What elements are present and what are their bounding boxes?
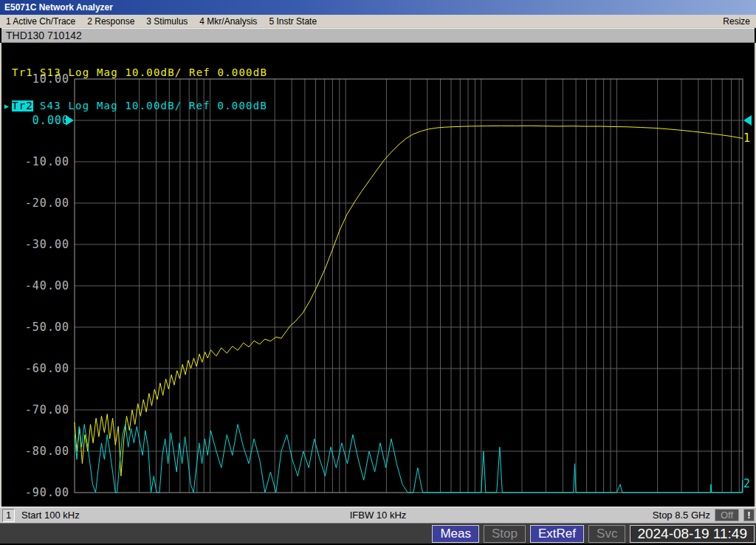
- svg-text:-90.00: -90.00: [25, 486, 69, 499]
- trace2-settings: S43 Log Mag 10.00dB/ Ref 0.000dB: [40, 100, 267, 112]
- svg-text:-20.00: -20.00: [25, 196, 69, 210]
- active-trace-arrow-icon: ▶: [4, 100, 12, 112]
- trace1-info-line[interactable]: ▶Tr1S13 Log Mag 10.00dB/ Ref 0.000dB: [4, 67, 267, 78]
- trace1-name: Tr1: [12, 67, 33, 78]
- svg-text:-50.00: -50.00: [25, 321, 69, 334]
- alert-indicator[interactable]: !: [743, 509, 755, 521]
- svg-text:2: 2: [743, 477, 750, 490]
- stop-frequency-label: Stop 8.5 GHz: [653, 510, 710, 521]
- svg-text:1: 1: [743, 131, 750, 145]
- svg-text:-40.00: -40.00: [25, 279, 69, 292]
- menu-stimulus[interactable]: 3 Stimulus: [146, 16, 188, 27]
- meas-button[interactable]: Meas: [432, 525, 479, 543]
- channel-number-badge: 1: [2, 509, 15, 522]
- start-frequency-label: Start 100 kHz: [21, 510, 80, 521]
- svc-button[interactable]: Svc: [588, 525, 625, 543]
- trace2-info-line[interactable]: ▶Tr2S43 Log Mag 10.00dB/ Ref 0.000dB: [4, 100, 267, 112]
- trace2-name: Tr2: [12, 100, 33, 112]
- svg-text:-80.00: -80.00: [25, 445, 69, 458]
- svg-text:-60.00: -60.00: [25, 362, 69, 375]
- menu-bar: 1 Active Ch/Trace 2 Response 3 Stimulus …: [0, 15, 756, 28]
- extref-button[interactable]: ExtRef: [530, 525, 584, 543]
- menu-active-ch-trace[interactable]: 1 Active Ch/Trace: [6, 16, 75, 27]
- trace-info-block: ▶Tr1S13 Log Mag 10.00dB/ Ref 0.000dB ▶Tr…: [4, 45, 267, 134]
- svg-text:-10.00: -10.00: [25, 155, 69, 168]
- bottom-taskbar: Meas Stop ExtRef Svc 2024-08-19 11:49: [0, 523, 756, 545]
- menu-resize[interactable]: Resize: [723, 16, 750, 27]
- window-title: E5071C Network Analyzer: [4, 2, 113, 13]
- menu-response[interactable]: 2 Response: [87, 16, 134, 27]
- window-titlebar: E5071C Network Analyzer: [0, 0, 756, 15]
- instrument-title: THD130 710142: [6, 30, 82, 41]
- trace1-settings: S13 Log Mag 10.00dB/ Ref 0.000dB: [40, 67, 267, 78]
- status-bar: 1 Start 100 kHz IFBW 10 kHz Stop 8.5 GHz…: [0, 507, 756, 523]
- ifbw-label: IFBW 10 kHz: [0, 510, 756, 521]
- instrument-title-bar: THD130 710142: [1, 28, 755, 43]
- off-button[interactable]: Off: [715, 509, 739, 521]
- svg-text:-70.00: -70.00: [25, 403, 69, 417]
- menu-instr-state[interactable]: 5 Instr State: [269, 16, 317, 27]
- analyzer-screen: ▶Tr1S13 Log Mag 10.00dB/ Ref 0.000dB ▶Tr…: [0, 43, 756, 507]
- menu-mkr-analysis[interactable]: 4 Mkr/Analysis: [199, 16, 257, 27]
- svg-text:-30.00: -30.00: [25, 238, 69, 251]
- datetime-display: 2024-08-19 11:49: [630, 525, 755, 543]
- stop-button[interactable]: Stop: [484, 525, 526, 543]
